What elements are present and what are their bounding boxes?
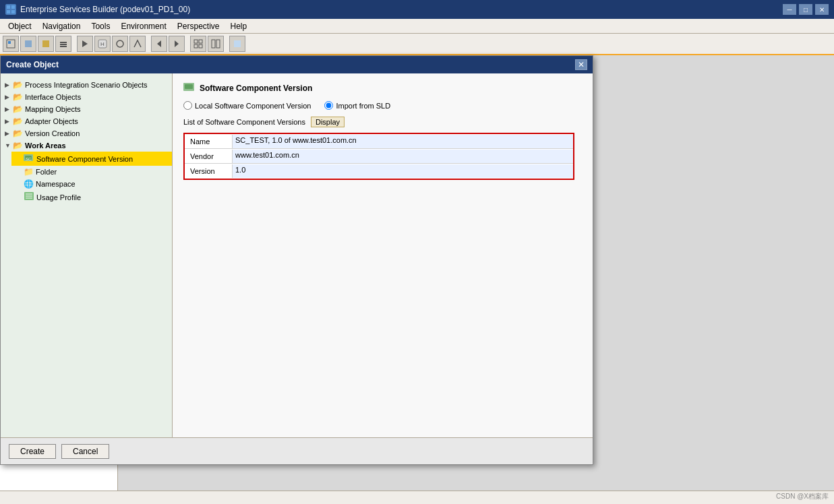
title-bar: Enterprise Services Builder (podev01_PD1… bbox=[0, 0, 834, 19]
list-label-row: List of Software Component Versions Disp… bbox=[183, 117, 582, 127]
toolbar-btn-6[interactable]: H bbox=[94, 36, 111, 52]
menu-tools[interactable]: Tools bbox=[86, 20, 115, 32]
toolbar-btn-back[interactable] bbox=[151, 36, 167, 52]
dtree-process-integration[interactable]: ▶ 📂 Process Integration Scenario Objects bbox=[1, 79, 172, 91]
arrow-icon: ▶ bbox=[5, 94, 13, 100]
toolbar-btn-7[interactable] bbox=[112, 36, 128, 52]
radio-import[interactable]: Import from SLD bbox=[324, 101, 390, 110]
svg-rect-3 bbox=[11, 10, 15, 13]
form-row-vendor: Vendor www.test01.com.cn bbox=[185, 149, 573, 164]
toolbar-btn-1[interactable] bbox=[3, 36, 19, 52]
radio-local-label: Local Software Component Version bbox=[195, 102, 311, 110]
display-button[interactable]: Display bbox=[311, 117, 345, 127]
dtree-usage-profile[interactable]: Usage Profile bbox=[11, 190, 172, 204]
toolbar-btn-extra[interactable] bbox=[229, 36, 245, 52]
menu-help[interactable]: Help bbox=[225, 20, 252, 32]
dialog-content: Software Component Version Local Softwar… bbox=[173, 73, 593, 437]
toolbar-btn-split[interactable] bbox=[208, 36, 224, 52]
folder-icon: 📂 bbox=[13, 80, 23, 90]
radio-import-label: Import from SLD bbox=[336, 102, 390, 110]
dtree-item-label: Work Areas bbox=[25, 141, 66, 150]
folder-icon: 📂 bbox=[13, 117, 23, 126]
svg-point-14 bbox=[117, 40, 123, 47]
list-label-text: List of Software Component Versions bbox=[183, 118, 305, 126]
usage-profile-icon bbox=[24, 191, 34, 203]
dtree-item-label: Interface Objects bbox=[25, 93, 81, 101]
dtree-item-label: Namespace bbox=[36, 180, 76, 188]
svg-marker-15 bbox=[157, 40, 161, 47]
form-table: Name SC_TEST, 1.0 of www.test01.com.cn V… bbox=[183, 133, 574, 180]
toolbar-btn-4[interactable] bbox=[55, 36, 71, 52]
dtree-item-label: Adapter Objects bbox=[25, 117, 78, 125]
toolbar-btn-3[interactable] bbox=[38, 36, 54, 52]
dtree-item-label: Version Creation bbox=[25, 129, 80, 137]
watermark: CSDN @X档案库 bbox=[776, 492, 829, 501]
toolbar-btn-forward[interactable] bbox=[169, 36, 185, 52]
dtree-folder[interactable]: 📁 Folder bbox=[11, 166, 172, 178]
arrow-icon: ▶ bbox=[5, 106, 13, 113]
dialog-body: ▶ 📂 Process Integration Scenario Objects… bbox=[1, 73, 593, 437]
menu-object[interactable]: Object bbox=[3, 20, 37, 32]
dtree-item-label: Software Component Version bbox=[36, 155, 133, 163]
dtree-item-label: Mapping Objects bbox=[25, 105, 81, 113]
radio-group: Local Software Component Version Import … bbox=[183, 101, 582, 110]
radio-local[interactable]: Local Software Component Version bbox=[183, 101, 311, 110]
dialog-tree: ▶ 📂 Process Integration Scenario Objects… bbox=[1, 73, 173, 437]
dtree-mapping-objects[interactable]: ▶ 📂 Mapping Objects bbox=[1, 103, 172, 115]
svg-rect-23 bbox=[234, 40, 241, 47]
dtree-namespace[interactable]: 🌐 Namespace bbox=[11, 178, 172, 190]
menu-navigation[interactable]: Navigation bbox=[37, 20, 86, 32]
folder-icon: 📁 bbox=[24, 167, 34, 177]
namespace-icon: 🌐 bbox=[24, 179, 34, 189]
folder-icon: 📂 bbox=[13, 92, 23, 102]
cancel-button[interactable]: Cancel bbox=[61, 444, 109, 459]
radio-local-input[interactable] bbox=[183, 101, 192, 110]
svg-rect-9 bbox=[60, 44, 67, 45]
toolbar-btn-5[interactable] bbox=[77, 36, 93, 52]
dialog-title: Create Object bbox=[6, 60, 59, 69]
maximize-btn[interactable]: □ bbox=[799, 4, 812, 15]
svg-text:SC: SC bbox=[26, 157, 32, 161]
form-row-version: Version 1.0 bbox=[185, 164, 573, 179]
menu-perspective[interactable]: Perspective bbox=[172, 20, 225, 32]
dtree-work-areas[interactable]: ▼ 📂 Work Areas bbox=[1, 139, 172, 152]
form-value-vendor: www.test01.com.cn bbox=[232, 150, 573, 163]
form-label-name: Name bbox=[185, 136, 232, 147]
create-button[interactable]: Create bbox=[9, 444, 56, 459]
svg-rect-20 bbox=[199, 44, 202, 48]
svg-rect-19 bbox=[194, 44, 198, 48]
radio-import-input[interactable] bbox=[324, 101, 333, 110]
dtree-version-creation[interactable]: ▶ 📂 Version Creation bbox=[1, 127, 172, 139]
dtree-software-component-version[interactable]: SC Software Component Version bbox=[11, 152, 172, 166]
app-icon bbox=[5, 4, 16, 15]
minimize-btn[interactable]: ─ bbox=[783, 4, 796, 15]
svg-rect-22 bbox=[216, 40, 220, 48]
close-btn[interactable]: ✕ bbox=[815, 4, 829, 15]
toolbar: H bbox=[0, 34, 834, 55]
toolbar-btn-grid[interactable] bbox=[190, 36, 206, 52]
toolbar-btn-2[interactable] bbox=[20, 36, 36, 52]
arrow-icon: ▶ bbox=[5, 130, 13, 137]
arrow-icon: ▶ bbox=[5, 82, 13, 88]
dtree-interface-objects[interactable]: ▶ 📂 Interface Objects bbox=[1, 91, 172, 103]
form-label-vendor: Vendor bbox=[185, 151, 232, 162]
svg-rect-10 bbox=[60, 46, 67, 47]
section-icon bbox=[183, 82, 196, 94]
dialog-close-btn[interactable]: ✕ bbox=[575, 59, 587, 70]
form-value-version: 1.0 bbox=[232, 164, 573, 178]
svg-rect-5 bbox=[8, 41, 11, 44]
svg-rect-17 bbox=[194, 40, 198, 43]
menu-environment[interactable]: Environment bbox=[115, 20, 171, 32]
dtree-adapter-objects[interactable]: ▶ 📂 Adapter Objects bbox=[1, 115, 172, 127]
component-version-icon: SC bbox=[24, 153, 34, 164]
svg-rect-8 bbox=[60, 42, 67, 43]
arrow-icon: ▼ bbox=[5, 142, 13, 149]
form-value-name: SC_TEST, 1.0 of www.test01.com.cn bbox=[232, 135, 573, 148]
form-row-name: Name SC_TEST, 1.0 of www.test01.com.cn bbox=[185, 134, 573, 149]
svg-rect-18 bbox=[199, 40, 202, 43]
svg-rect-7 bbox=[42, 40, 49, 47]
folder-icon: 📂 bbox=[13, 129, 23, 138]
toolbar-btn-8[interactable] bbox=[129, 36, 146, 52]
svg-rect-0 bbox=[7, 5, 10, 9]
section-header: Software Component Version bbox=[183, 82, 582, 94]
